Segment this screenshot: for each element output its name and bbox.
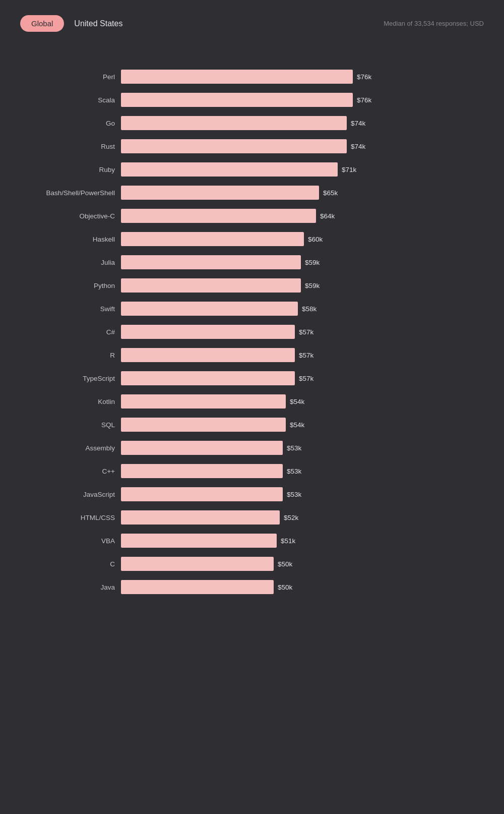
header-left: Global United States [20, 15, 122, 32]
bar-value: $57k [299, 328, 313, 336]
bar-wrapper: $54k [121, 394, 484, 409]
chart-row: C$50k [20, 554, 484, 573]
bar-value: $76k [357, 96, 371, 104]
bar-value: $54k [290, 421, 304, 429]
chart-row: Rust$74k [20, 137, 484, 156]
lang-label: VBA [20, 537, 121, 545]
bar-value: $53k [287, 468, 301, 475]
bar-value: $58k [302, 305, 317, 313]
bar [121, 116, 347, 130]
chart-row: VBA$51k [20, 531, 484, 550]
bar-wrapper: $74k [121, 116, 484, 130]
bar-wrapper: $64k [121, 209, 484, 223]
bar-value: $53k [287, 444, 301, 452]
bar-value: $74k [351, 143, 365, 150]
bar [121, 348, 295, 362]
bar-value: $71k [342, 166, 356, 173]
bar [121, 487, 283, 501]
global-button[interactable]: Global [20, 15, 64, 32]
bar-value: $57k [299, 352, 313, 359]
bar-wrapper: $74k [121, 139, 484, 153]
bar-value: $53k [287, 491, 301, 498]
subtitle: Median of 33,534 responses; USD [384, 20, 484, 27]
lang-label: Rust [20, 143, 121, 150]
bar-value: $59k [305, 259, 320, 266]
chart-row: Julia$59k [20, 253, 484, 272]
bar [121, 394, 286, 409]
lang-label: Julia [20, 259, 121, 266]
bar [121, 580, 274, 594]
chart-row: Go$74k [20, 113, 484, 133]
bar-value: $51k [281, 537, 295, 545]
chart-row: R$57k [20, 345, 484, 365]
lang-label: Assembly [20, 444, 121, 452]
chart-row: Bash/Shell/PowerShell$65k [20, 183, 484, 202]
bar [121, 464, 283, 478]
bar [121, 232, 304, 246]
bar-wrapper: $76k [121, 93, 484, 107]
bar-wrapper: $60k [121, 232, 484, 246]
bar-value: $76k [357, 73, 371, 81]
chart-row: C++$53k [20, 461, 484, 481]
bar-wrapper: $50k [121, 557, 484, 571]
lang-label: JavaScript [20, 491, 121, 498]
chart-row: HTML/CSS$52k [20, 508, 484, 527]
lang-label: C++ [20, 468, 121, 475]
bar [121, 278, 301, 293]
bar-wrapper: $53k [121, 464, 484, 478]
chart-row: Objective-C$64k [20, 206, 484, 225]
bar-wrapper: $76k [121, 70, 484, 84]
chart-row: Swift$58k [20, 299, 484, 318]
bar-wrapper: $53k [121, 487, 484, 501]
bar-wrapper: $59k [121, 278, 484, 293]
bar-value: $59k [305, 282, 320, 289]
lang-label: Perl [20, 73, 121, 81]
bar [121, 162, 338, 177]
chart-row: Perl$76k [20, 67, 484, 86]
lang-label: SQL [20, 421, 121, 429]
bar [121, 186, 319, 200]
bar [121, 325, 295, 339]
bar-wrapper: $52k [121, 510, 484, 525]
chart-row: Python$59k [20, 276, 484, 295]
bar [121, 139, 347, 153]
lang-label: Haskell [20, 236, 121, 243]
bar-wrapper: $53k [121, 441, 484, 455]
bar [121, 255, 301, 269]
bar-value: $60k [308, 236, 323, 243]
chart-row: Assembly$53k [20, 438, 484, 457]
chart-row: Scala$76k [20, 90, 484, 109]
region-label: United States [74, 19, 122, 28]
chart-row: TypeScript$57k [20, 369, 484, 388]
lang-label: Ruby [20, 166, 121, 173]
bar [121, 510, 280, 525]
bar [121, 441, 283, 455]
bar-wrapper: $51k [121, 534, 484, 548]
chart-row: Ruby$71k [20, 160, 484, 179]
bar-value: $74k [351, 120, 365, 127]
bar-value: $65k [323, 189, 338, 197]
bar-wrapper: $59k [121, 255, 484, 269]
lang-label: Go [20, 120, 121, 127]
lang-label: C [20, 560, 121, 568]
bar [121, 209, 316, 223]
lang-label: TypeScript [20, 375, 121, 382]
bar-wrapper: $54k [121, 418, 484, 432]
lang-label: Python [20, 282, 121, 289]
lang-label: Java [20, 584, 121, 591]
chart-row: Kotlin$54k [20, 392, 484, 411]
lang-label: Scala [20, 96, 121, 104]
bar-value: $50k [278, 560, 292, 568]
bar-wrapper: $50k [121, 580, 484, 594]
lang-label: Objective-C [20, 212, 121, 220]
lang-label: Bash/Shell/PowerShell [20, 189, 121, 197]
lang-label: C# [20, 328, 121, 336]
bar [121, 534, 277, 548]
bar [121, 93, 353, 107]
lang-label: Kotlin [20, 398, 121, 405]
lang-label: Swift [20, 305, 121, 313]
lang-label: R [20, 352, 121, 359]
bar [121, 302, 298, 316]
bar [121, 371, 295, 385]
chart-row: C#$57k [20, 322, 484, 341]
